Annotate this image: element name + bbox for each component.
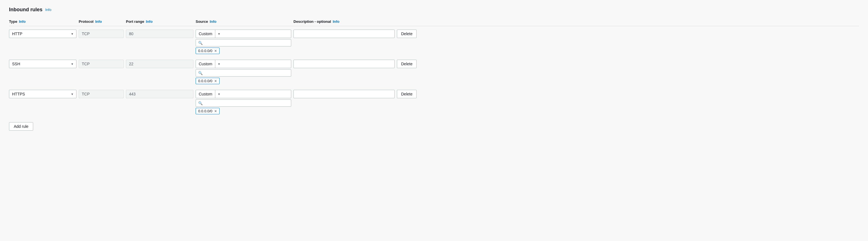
search-icon-1: 🔍: [198, 41, 203, 45]
description-input-2[interactable]: [293, 60, 395, 68]
cidr-tag-2: 0.0.0.0/0 ✕: [196, 78, 220, 84]
page-header: Inbound rules Info: [9, 7, 859, 13]
cidr-remove-1[interactable]: ✕: [214, 49, 217, 53]
source-container-3: Custom ▼ 🔍 0.0.0.0/0 ✕: [196, 90, 291, 114]
source-info-link[interactable]: Info: [210, 20, 216, 24]
source-dropdown-arrow-1[interactable]: ▼: [215, 30, 223, 38]
source-combo-3: Custom ▼: [196, 90, 291, 98]
type-select-wrapper-2: HTTP SSH HTTPS Custom TCP Custom UDP All…: [9, 60, 76, 68]
col-source: Source Info: [196, 20, 291, 24]
source-dropdown-arrow-2[interactable]: ▼: [215, 60, 223, 68]
search-icon-3: 🔍: [198, 101, 203, 105]
port-info-link[interactable]: Info: [146, 20, 153, 24]
description-field-3: [293, 90, 395, 98]
rules-list: HTTP SSH HTTPS Custom TCP Custom UDP All…: [9, 30, 859, 114]
port-field-1: 80: [126, 30, 193, 38]
description-input-1[interactable]: [293, 30, 395, 38]
type-info-link[interactable]: Info: [19, 20, 26, 24]
delete-wrapper-3: Delete: [397, 90, 431, 98]
protocol-info-link[interactable]: Info: [95, 20, 102, 24]
protocol-field-1: TCP: [79, 30, 124, 38]
source-container-1: Custom ▼ 🔍 0.0.0.0/0 ✕: [196, 30, 291, 54]
cidr-tag-3: 0.0.0.0/0 ✕: [196, 108, 220, 114]
table-row: HTTP SSH HTTPS Custom TCP Custom UDP All…: [9, 90, 859, 114]
add-rule-button[interactable]: Add rule: [9, 122, 33, 131]
type-select-2[interactable]: HTTP SSH HTTPS Custom TCP Custom UDP All…: [9, 60, 76, 68]
delete-button-3[interactable]: Delete: [397, 90, 416, 98]
col-description: Description - optional Info: [293, 20, 395, 24]
table-header: Type Info Protocol Info Port range Info …: [9, 20, 859, 26]
description-field-1: [293, 30, 395, 38]
source-search-2: 🔍: [196, 69, 291, 77]
cidr-remove-2[interactable]: ✕: [214, 79, 217, 83]
source-dropdown-arrow-3[interactable]: ▼: [215, 90, 223, 98]
source-search-input-1[interactable]: [204, 41, 289, 45]
delete-wrapper-2: Delete: [397, 60, 431, 68]
type-select-wrapper-3: HTTP SSH HTTPS Custom TCP Custom UDP All…: [9, 90, 76, 98]
protocol-field-3: TCP: [79, 90, 124, 98]
page-title: Inbound rules: [9, 7, 42, 13]
add-rule-container: Add rule: [9, 120, 859, 131]
source-combo-2: Custom ▼: [196, 60, 291, 68]
source-search-3: 🔍: [196, 99, 291, 107]
source-container-2: Custom ▼ 🔍 0.0.0.0/0 ✕: [196, 60, 291, 84]
col-type: Type Info: [9, 20, 76, 24]
delete-button-2[interactable]: Delete: [397, 60, 416, 68]
description-field-2: [293, 60, 395, 68]
source-search-input-2[interactable]: [204, 71, 289, 75]
table-row: HTTP SSH HTTPS Custom TCP Custom UDP All…: [9, 30, 859, 54]
cidr-remove-3[interactable]: ✕: [214, 109, 217, 113]
type-select-1[interactable]: HTTP SSH HTTPS Custom TCP Custom UDP All…: [9, 30, 76, 38]
source-search-input-3[interactable]: [204, 101, 289, 105]
source-search-1: 🔍: [196, 39, 291, 47]
delete-wrapper-1: Delete: [397, 30, 431, 38]
cidr-tag-1: 0.0.0.0/0 ✕: [196, 48, 220, 54]
port-field-3: 443: [126, 90, 193, 98]
source-combo-1: Custom ▼: [196, 30, 291, 38]
table-row: HTTP SSH HTTPS Custom TCP Custom UDP All…: [9, 60, 859, 84]
type-select-3[interactable]: HTTP SSH HTTPS Custom TCP Custom UDP All…: [9, 90, 76, 98]
col-protocol: Protocol Info: [79, 20, 124, 24]
col-port-range: Port range Info: [126, 20, 193, 24]
header-info-link[interactable]: Info: [45, 8, 52, 12]
port-field-2: 22: [126, 60, 193, 68]
protocol-field-2: TCP: [79, 60, 124, 68]
type-select-wrapper-1: HTTP SSH HTTPS Custom TCP Custom UDP All…: [9, 30, 76, 38]
delete-button-1[interactable]: Delete: [397, 30, 416, 38]
description-input-3[interactable]: [293, 90, 395, 98]
description-info-link[interactable]: Info: [333, 20, 340, 24]
search-icon-2: 🔍: [198, 71, 203, 75]
